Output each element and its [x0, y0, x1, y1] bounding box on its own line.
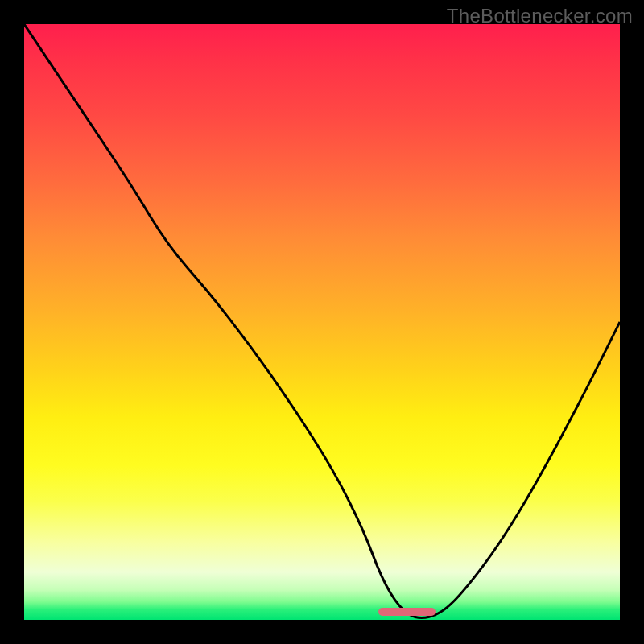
optimal-zone-marker — [378, 608, 435, 616]
watermark-text: TheBottlenecker.com — [447, 5, 633, 27]
chart-stage: TheBottlenecker.com — [0, 0, 644, 644]
bottleneck-curve — [24, 24, 620, 620]
plot-area — [24, 24, 620, 620]
bottleneck-curve-path — [24, 24, 620, 618]
